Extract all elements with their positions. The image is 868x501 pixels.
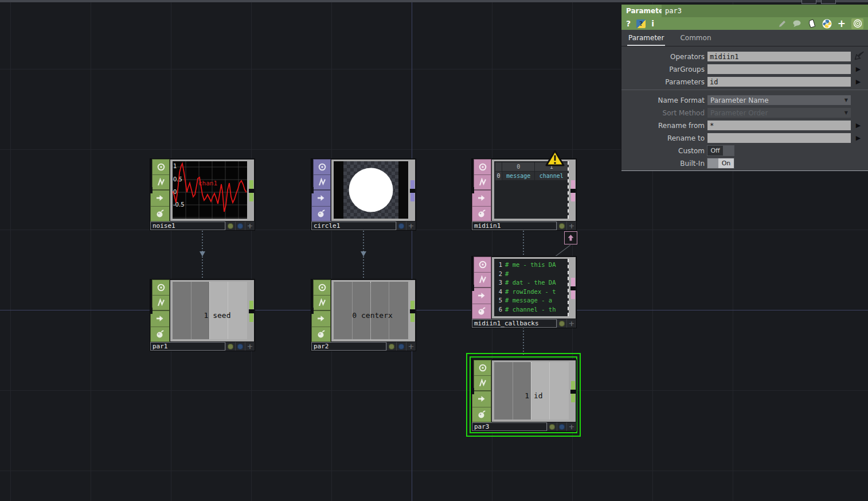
parameters-input[interactable] bbox=[707, 77, 851, 87]
bypass-flag-button[interactable] bbox=[472, 206, 491, 222]
display-flag-button[interactable] bbox=[396, 342, 406, 351]
viewer-flag-button[interactable] bbox=[225, 222, 235, 230]
bypass-flag-button[interactable] bbox=[151, 206, 169, 222]
output-connector[interactable] bbox=[410, 313, 415, 322]
input-connector[interactable] bbox=[472, 187, 474, 193]
custom-toggle[interactable]: Off bbox=[707, 146, 734, 156]
add-parameter-icon[interactable]: + bbox=[838, 19, 846, 29]
node-name-field[interactable]: par3 bbox=[472, 422, 547, 431]
pargroups-expand-button[interactable]: ▶ bbox=[851, 65, 866, 73]
bypass-flag-button[interactable] bbox=[312, 327, 330, 342]
comment-bubble-icon[interactable] bbox=[792, 20, 801, 28]
node-name-field[interactable]: noise1 bbox=[150, 222, 225, 230]
bypass-flag-button[interactable] bbox=[472, 304, 491, 319]
edit-pencil-icon[interactable] bbox=[778, 20, 787, 28]
info-button[interactable]: i bbox=[651, 19, 654, 28]
viewer-flag-button[interactable] bbox=[547, 422, 557, 431]
parameters-expand-button[interactable]: ▶ bbox=[851, 78, 866, 86]
display-flag-button[interactable] bbox=[235, 222, 245, 230]
output-connector[interactable] bbox=[249, 301, 253, 309]
viewer-flag-button[interactable] bbox=[557, 319, 566, 328]
rename-to-expand-button[interactable]: ▶ bbox=[851, 134, 866, 142]
plus-flag-button[interactable]: + bbox=[245, 342, 255, 351]
viewer-flag-button[interactable] bbox=[474, 160, 491, 174]
viewer-flag-button[interactable] bbox=[557, 222, 566, 230]
name-format-dropdown[interactable]: Parameter Name▼ bbox=[707, 95, 851, 105]
plus-flag-button[interactable]: + bbox=[406, 342, 416, 351]
cook-flag-button[interactable] bbox=[153, 295, 169, 310]
viewer-flag-button[interactable] bbox=[474, 257, 491, 272]
cook-flag-button[interactable] bbox=[153, 174, 169, 189]
plus-flag-button[interactable]: + bbox=[406, 222, 416, 230]
viewer-flag-button[interactable] bbox=[314, 160, 330, 174]
node-name-field[interactable]: par1 bbox=[150, 342, 225, 351]
export-flag-button[interactable] bbox=[312, 191, 330, 206]
node-name-field[interactable]: midiin1_callbacks bbox=[472, 319, 557, 328]
output-connector[interactable] bbox=[571, 290, 575, 299]
export-flag-button[interactable] bbox=[151, 311, 169, 327]
tab-parameter[interactable]: Parameter bbox=[627, 34, 665, 46]
node-par1[interactable]: 1 seedpar1+ bbox=[150, 279, 255, 351]
rename-from-input[interactable] bbox=[707, 121, 851, 130]
network-editor[interactable]: 10.50-0.5 chan1 noise1+circle1+010messag… bbox=[0, 0, 868, 501]
input-connector[interactable] bbox=[472, 388, 474, 394]
output-connector[interactable] bbox=[249, 313, 253, 322]
help-button[interactable]: ? bbox=[626, 19, 631, 28]
tab-common[interactable]: Common bbox=[679, 34, 712, 46]
warning-icon[interactable] bbox=[545, 150, 565, 167]
node-name-field[interactable]: midiin1 bbox=[472, 222, 557, 230]
output-connector[interactable] bbox=[410, 180, 415, 189]
cook-flag-button[interactable] bbox=[314, 174, 330, 189]
export-flag-button[interactable] bbox=[312, 311, 330, 327]
rename-to-input[interactable] bbox=[707, 133, 851, 143]
input-connector[interactable] bbox=[472, 285, 474, 291]
operators-input[interactable] bbox=[707, 52, 851, 61]
pargroups-input[interactable] bbox=[707, 64, 851, 74]
node-circle1[interactable]: circle1+ bbox=[311, 159, 416, 230]
python-icon[interactable] bbox=[822, 19, 832, 29]
node-par3[interactable]: 1 idpar3+ bbox=[472, 360, 576, 431]
bypass-flag-button[interactable] bbox=[312, 206, 330, 222]
viewer-flag-button[interactable] bbox=[153, 160, 169, 174]
input-connector[interactable] bbox=[311, 187, 314, 193]
output-connector[interactable] bbox=[410, 301, 415, 309]
target-pick-icon[interactable] bbox=[851, 18, 863, 29]
plus-flag-button[interactable]: + bbox=[566, 422, 576, 431]
display-flag-button[interactable] bbox=[396, 222, 406, 230]
plus-flag-button[interactable]: + bbox=[245, 222, 255, 230]
output-connector[interactable] bbox=[571, 193, 575, 201]
python-help-button[interactable]: ? bbox=[636, 20, 646, 28]
viewer-flag-button[interactable] bbox=[386, 342, 396, 351]
bypass-flag-button[interactable] bbox=[151, 327, 169, 342]
plus-flag-button[interactable]: + bbox=[566, 222, 576, 230]
output-connector[interactable] bbox=[571, 381, 575, 390]
built-in-toggle[interactable]: On bbox=[707, 158, 734, 168]
bypass-flag-button[interactable] bbox=[472, 407, 491, 422]
input-connector[interactable] bbox=[150, 187, 153, 193]
export-flag-button[interactable] bbox=[472, 191, 491, 206]
node-par2[interactable]: 0 centerxpar2+ bbox=[311, 279, 416, 351]
viewer-flag-button[interactable] bbox=[314, 280, 330, 295]
cook-flag-button[interactable] bbox=[474, 272, 491, 287]
export-flag-button[interactable] bbox=[472, 288, 491, 304]
input-connector[interactable] bbox=[311, 308, 314, 314]
node-midiin1_callbacks[interactable]: 1# me - this DA2#3# dat - the DA4# rowIn… bbox=[472, 257, 576, 328]
display-flag-button[interactable] bbox=[557, 422, 566, 431]
plus-flag-button[interactable]: + bbox=[566, 319, 576, 328]
operator-name-field[interactable]: par3 bbox=[662, 5, 868, 17]
node-name-field[interactable]: circle1 bbox=[311, 222, 396, 230]
cook-flag-button[interactable] bbox=[474, 174, 491, 189]
output-connector[interactable] bbox=[571, 394, 575, 402]
dock-arrow-icon[interactable] bbox=[564, 231, 577, 244]
cook-flag-button[interactable] bbox=[474, 375, 491, 390]
output-connector[interactable] bbox=[249, 193, 253, 201]
export-flag-button[interactable] bbox=[472, 391, 491, 407]
viewer-flag-button[interactable] bbox=[153, 280, 169, 295]
rename-from-expand-button[interactable]: ▶ bbox=[851, 122, 866, 129]
input-connector[interactable] bbox=[150, 308, 153, 314]
cook-flag-button[interactable] bbox=[314, 295, 330, 310]
display-flag-button[interactable] bbox=[235, 342, 245, 351]
output-connector[interactable] bbox=[249, 180, 253, 189]
node-midiin1[interactable]: 010messagechannelmidiin1+ bbox=[472, 159, 576, 230]
export-flag-button[interactable] bbox=[151, 191, 169, 206]
